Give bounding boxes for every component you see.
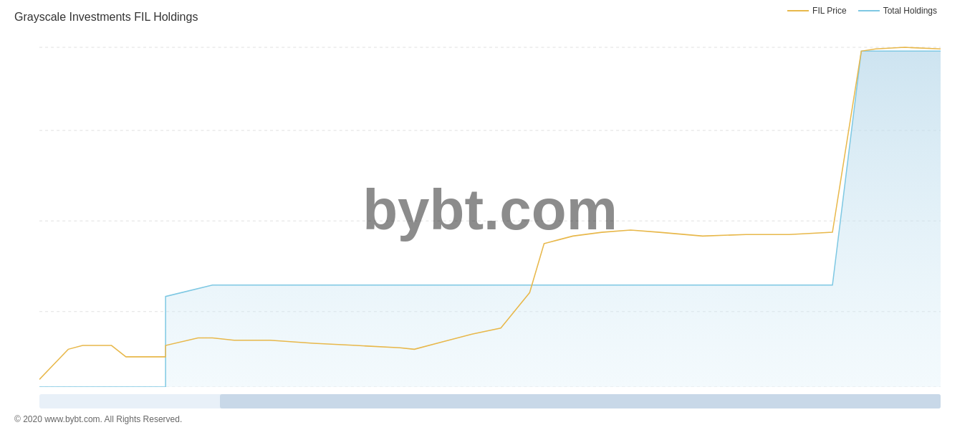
chart-svg: 489 12K 23K 35K 46K $190 $156 $122 $88 1…	[39, 32, 941, 387]
fil-price-label: FIL Price	[812, 6, 847, 16]
chart-area: 489 12K 23K 35K 46K $190 $156 $122 $88 1…	[39, 32, 941, 387]
total-holdings-label: Total Holdings	[883, 6, 937, 16]
scrollbar[interactable]	[39, 394, 941, 408]
legend-fil-price: FIL Price	[787, 6, 847, 16]
legend: FIL Price Total Holdings	[787, 6, 937, 16]
scrollbar-thumb[interactable]	[220, 394, 941, 408]
chart-title: Grayscale Investments FIL Holdings	[14, 11, 198, 24]
footer: © 2020 www.bybt.com. All Rights Reserved…	[14, 414, 182, 424]
holdings-fill	[39, 51, 941, 387]
total-holdings-legend-line	[858, 10, 880, 11]
legend-total-holdings: Total Holdings	[858, 6, 937, 16]
chart-container: Grayscale Investments FIL Holdings FIL P…	[0, 0, 980, 430]
fil-price-legend-line	[787, 10, 809, 11]
